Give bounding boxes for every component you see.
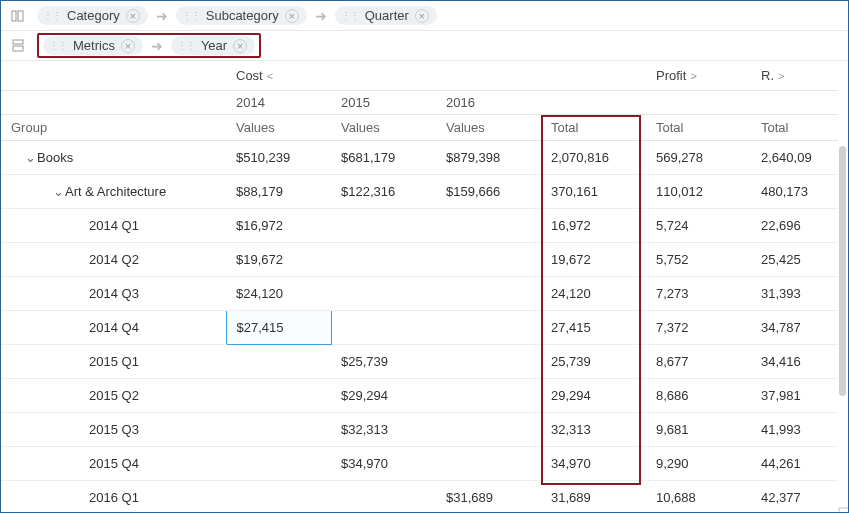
pivot-grid[interactable]: Cost< Profit> R.> 2014 2015 2016 Group V… <box>1 62 838 512</box>
cell[interactable] <box>436 446 541 480</box>
table-row[interactable]: 2014 Q2 $19,672 19,6725,75225,425 <box>1 242 838 276</box>
cell[interactable]: 8,677 <box>646 344 751 378</box>
cell[interactable]: 25,425 <box>751 242 838 276</box>
col-header-values[interactable]: Values <box>226 114 331 140</box>
chip-year[interactable]: ⋮⋮ Year × <box>171 36 255 55</box>
cell[interactable]: $122,316 <box>331 174 436 208</box>
col-header-total[interactable]: Total <box>541 114 646 140</box>
cell[interactable]: $159,666 <box>436 174 541 208</box>
col-header-profit[interactable]: Profit> <box>646 62 751 90</box>
col-header-2016[interactable]: 2016 <box>436 90 541 114</box>
cell[interactable]: 8,686 <box>646 378 751 412</box>
cell[interactable]: $29,294 <box>331 378 436 412</box>
cell[interactable]: $88,179 <box>226 174 331 208</box>
col-header-total[interactable]: Total <box>646 114 751 140</box>
cell[interactable] <box>331 208 436 242</box>
cell[interactable]: 110,012 <box>646 174 751 208</box>
cell[interactable]: $34,970 <box>331 446 436 480</box>
vertical-scrollbar[interactable] <box>839 146 846 396</box>
cell[interactable]: 24,120 <box>541 276 646 310</box>
col-header-2015[interactable]: 2015 <box>331 90 436 114</box>
cell[interactable]: 42,377 <box>751 480 838 512</box>
col-header-2014[interactable]: 2014 <box>226 90 331 114</box>
cell[interactable]: $25,739 <box>331 344 436 378</box>
column-dimensions-bar[interactable]: ⋮⋮ Category × ➜ ⋮⋮ Subcategory × ➜ ⋮⋮ Qu… <box>1 1 848 31</box>
table-row[interactable]: 2015 Q1 $25,739 25,7398,67734,416 <box>1 344 838 378</box>
cell[interactable]: $24,120 <box>226 276 331 310</box>
cell[interactable]: $19,672 <box>226 242 331 276</box>
cell[interactable]: 32,313 <box>541 412 646 446</box>
cell[interactable]: 44,261 <box>751 446 838 480</box>
cell[interactable]: 19,672 <box>541 242 646 276</box>
cell[interactable] <box>436 208 541 242</box>
chip-subcategory[interactable]: ⋮⋮ Subcategory × <box>176 6 307 25</box>
cell[interactable] <box>436 344 541 378</box>
cell[interactable]: $16,972 <box>226 208 331 242</box>
table-row[interactable]: 2015 Q2 $29,294 29,2948,68637,981 <box>1 378 838 412</box>
cell[interactable] <box>226 378 331 412</box>
cell[interactable]: $681,179 <box>331 140 436 174</box>
table-row[interactable]: ⌄Books $510,239 $681,179 $879,398 2,070,… <box>1 140 838 174</box>
table-row[interactable]: 2015 Q4 $34,970 34,9709,29044,261 <box>1 446 838 480</box>
cell[interactable] <box>331 310 436 344</box>
chip-category[interactable]: ⋮⋮ Category × <box>37 6 148 25</box>
close-icon[interactable]: × <box>126 9 140 23</box>
table-row[interactable]: 2016 Q1 $31,689 31,68910,68842,377 <box>1 480 838 512</box>
col-header-total[interactable]: Total <box>751 114 838 140</box>
cell[interactable]: 7,372 <box>646 310 751 344</box>
cell[interactable]: 25,739 <box>541 344 646 378</box>
col-header-cost[interactable]: Cost< <box>226 62 541 90</box>
cell[interactable]: 34,787 <box>751 310 838 344</box>
table-row[interactable]: ⌄Art & Architecture $88,179 $122,316 $15… <box>1 174 838 208</box>
cell[interactable]: $31,689 <box>436 480 541 512</box>
cell[interactable] <box>436 310 541 344</box>
cell[interactable]: 9,290 <box>646 446 751 480</box>
table-row[interactable]: 2014 Q4 $27,415 27,4157,37234,787 <box>1 310 838 344</box>
cell[interactable]: $879,398 <box>436 140 541 174</box>
expand-caret[interactable]: ⌄ <box>51 184 65 199</box>
cell[interactable] <box>436 276 541 310</box>
cell[interactable] <box>226 344 331 378</box>
cell[interactable]: 5,724 <box>646 208 751 242</box>
col-header-values[interactable]: Values <box>331 114 436 140</box>
cell[interactable]: 27,415 <box>541 310 646 344</box>
cell[interactable]: 2,070,816 <box>541 140 646 174</box>
cell[interactable]: 29,294 <box>541 378 646 412</box>
col-header-group[interactable]: Group <box>1 114 226 140</box>
row-dimensions-bar[interactable]: ⋮⋮ Metrics × ➜ ⋮⋮ Year × <box>1 31 848 61</box>
cell[interactable] <box>331 276 436 310</box>
cell[interactable]: 34,970 <box>541 446 646 480</box>
expand-caret[interactable]: ⌄ <box>23 150 37 165</box>
cell[interactable]: 2,640,09 <box>751 140 838 174</box>
chip-metrics[interactable]: ⋮⋮ Metrics × <box>43 36 143 55</box>
cell[interactable]: 370,161 <box>541 174 646 208</box>
cell[interactable]: $32,313 <box>331 412 436 446</box>
cell[interactable] <box>331 242 436 276</box>
cell[interactable]: 41,993 <box>751 412 838 446</box>
cell[interactable] <box>226 412 331 446</box>
cell[interactable]: $510,239 <box>226 140 331 174</box>
table-row[interactable]: 2014 Q3 $24,120 24,1207,27331,393 <box>1 276 838 310</box>
col-header-values[interactable]: Values <box>436 114 541 140</box>
cell[interactable]: 569,278 <box>646 140 751 174</box>
cell[interactable] <box>226 446 331 480</box>
cell[interactable] <box>331 480 436 512</box>
cell[interactable]: 7,273 <box>646 276 751 310</box>
cell[interactable] <box>436 378 541 412</box>
chip-quarter[interactable]: ⋮⋮ Quarter × <box>335 6 437 25</box>
cell[interactable]: 9,681 <box>646 412 751 446</box>
cell[interactable]: 22,696 <box>751 208 838 242</box>
cell[interactable]: 31,689 <box>541 480 646 512</box>
cell[interactable]: 480,173 <box>751 174 838 208</box>
close-icon[interactable]: × <box>415 9 429 23</box>
close-icon[interactable]: × <box>285 9 299 23</box>
cell[interactable]: 31,393 <box>751 276 838 310</box>
cell-selected[interactable]: $27,415 <box>226 310 331 344</box>
close-icon[interactable]: × <box>233 39 247 53</box>
cell[interactable]: 34,416 <box>751 344 838 378</box>
cell[interactable] <box>226 480 331 512</box>
table-row[interactable]: 2015 Q3 $32,313 32,3139,68141,993 <box>1 412 838 446</box>
col-header-revenue[interactable]: R.> <box>751 62 838 90</box>
close-icon[interactable]: × <box>121 39 135 53</box>
cell[interactable]: 5,752 <box>646 242 751 276</box>
